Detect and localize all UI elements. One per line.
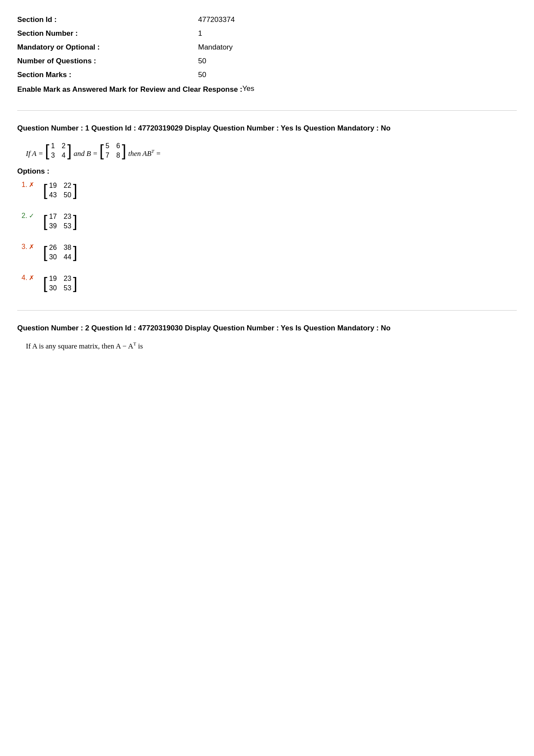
opt4-r1c2: 23 [64,275,71,283]
option-4-mark-icon: ✗ [29,274,34,282]
option-4-num-text: 4. [22,274,27,282]
opt2-bracket-right: ] [73,214,78,229]
option-1: 1. ✗ [ 19 22 43 50 ] [17,181,517,200]
section-id-row: Section Id : 477203374 [17,13,517,27]
opt3-r2c1: 30 [49,253,57,261]
bracket-left-a: [ [45,143,49,159]
opt4-r2c1: 30 [49,284,57,292]
opt3-cells: 26 38 30 44 [47,243,73,262]
b-r1c2: 6 [116,142,120,150]
matrix-b-cells: 5 6 7 8 [104,141,122,160]
opt1-r2c2: 50 [64,191,71,199]
opt4-bracket-left: [ [43,276,47,291]
b-r1c1: 5 [106,142,109,150]
section-number-value: 1 [198,29,202,38]
option-3-num-text: 3. [22,243,27,251]
question-2-body: If A is any square matrix, then A − AT i… [17,342,517,351]
option-1-mark-icon: ✗ [29,181,34,189]
opt2-r1c1: 17 [49,213,57,221]
opt1-r1c2: 22 [64,182,71,190]
option-4-number: 4. ✗ [22,274,39,282]
opt1-r2c1: 43 [49,191,57,199]
option-2-mark-icon: ✓ [29,212,34,220]
a-r2c1: 3 [51,152,55,159]
a-r1c2: 2 [62,142,65,150]
enable-mark-row: Enable Mark as Answered Mark for Review … [17,82,517,97]
bracket-right-a: ] [67,143,71,159]
question-divider [17,310,517,311]
section-number-row: Section Number : 1 [17,27,517,40]
question-2-block: Question Number : 2 Question Id : 477203… [17,323,517,351]
option-3-mark-icon: ✗ [29,243,34,251]
bracket-right-b: ] [122,143,126,159]
opt1-bracket-right: ] [73,183,78,198]
options-label: Options : [17,167,517,176]
opt2-r2c1: 39 [49,222,57,230]
section-divider [17,110,517,111]
opt1-bracket-left: [ [43,183,47,198]
opt3-bracket-right: ] [73,245,78,260]
option-2: 2. ✓ [ 17 23 39 53 ] [17,212,517,231]
opt2-cells: 17 23 39 53 [47,212,73,231]
opt4-r1c1: 19 [49,275,57,283]
opt3-r2c2: 44 [64,253,71,261]
option-3-number: 3. ✗ [22,243,39,251]
opt4-cells: 19 23 30 53 [47,274,73,293]
question-1-body: If A = [ 1 2 3 4 ] and B = [ 5 6 7 8 ] t… [17,141,517,160]
section-marks-value: 50 [198,71,206,79]
opt3-r1c2: 38 [64,244,71,252]
mandatory-value: Mandatory [198,43,233,52]
matrix-b: [ 5 6 7 8 ] [99,141,126,160]
opt1-matrix: [ 19 22 43 50 ] [43,181,78,200]
opt3-r1c1: 26 [49,244,57,252]
q1-text-and: and B = [74,149,99,158]
enable-mark-value: Yes [242,84,255,95]
option-3-content: [ 26 38 30 44 ] [39,243,78,262]
a-r2c2: 4 [62,152,65,159]
opt2-r2c2: 53 [64,222,71,230]
option-2-content: [ 17 23 39 53 ] [39,212,78,231]
option-1-num-text: 1. [22,181,27,189]
mandatory-row: Mandatory or Optional : Mandatory [17,40,517,54]
option-1-content: [ 19 22 43 50 ] [39,181,78,200]
b-r2c2: 8 [116,152,120,159]
section-info: Section Id : 477203374 Section Number : … [17,13,517,97]
opt4-r2c2: 53 [64,284,71,292]
q1-text-then: then ABT = [128,149,161,158]
opt1-r1c1: 19 [49,182,57,190]
opt3-bracket-left: [ [43,245,47,260]
question-1-header: Question Number : 1 Question Id : 477203… [17,123,517,134]
opt4-matrix: [ 19 23 30 53 ] [43,274,78,293]
section-id-value: 477203374 [198,16,235,24]
num-questions-label: Number of Questions : [17,57,198,65]
opt2-matrix: [ 17 23 39 53 ] [43,212,78,231]
option-4: 4. ✗ [ 19 23 30 53 ] [17,274,517,293]
enable-mark-label: Enable Mark as Answered Mark for Review … [17,84,242,95]
num-questions-row: Number of Questions : 50 [17,54,517,68]
q1-text-if: If A = [26,149,45,158]
a-r1c1: 1 [51,142,55,150]
b-r2c1: 7 [106,152,109,159]
option-1-number: 1. ✗ [22,181,39,189]
option-2-number: 2. ✓ [22,212,39,220]
num-questions-value: 50 [198,57,206,65]
question-1-block: Question Number : 1 Question Id : 477203… [17,123,517,293]
matrix-a-cells: 1 2 3 4 [49,141,67,160]
q2-text: If A is any square matrix, then A − AT i… [26,342,143,350]
section-marks-row: Section Marks : 50 [17,68,517,82]
bracket-left-b: [ [99,143,104,159]
matrix-a: [ 1 2 3 4 ] [45,141,71,160]
option-4-content: [ 19 23 30 53 ] [39,274,78,293]
opt2-bracket-left: [ [43,214,47,229]
opt3-matrix: [ 26 38 30 44 ] [43,243,78,262]
section-marks-label: Section Marks : [17,71,198,79]
option-2-num-text: 2. [22,212,27,220]
question-2-header: Question Number : 2 Question Id : 477203… [17,323,517,334]
opt2-r1c2: 23 [64,213,71,221]
section-number-label: Section Number : [17,29,198,38]
opt4-bracket-right: ] [73,276,78,291]
section-id-label: Section Id : [17,16,198,24]
option-3: 3. ✗ [ 26 38 30 44 ] [17,243,517,262]
opt1-cells: 19 22 43 50 [47,181,73,200]
mandatory-label: Mandatory or Optional : [17,43,198,52]
